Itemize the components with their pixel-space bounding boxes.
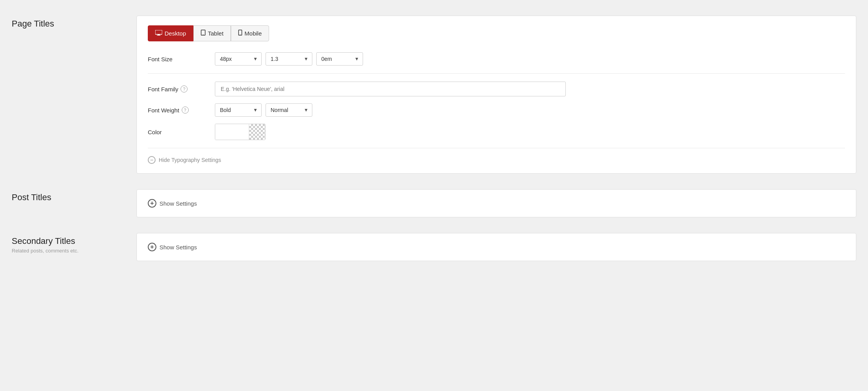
post-titles-section: Post Titles + Show Settings: [0, 181, 868, 225]
mobile-label: Mobile: [244, 30, 262, 37]
font-style-select-wrapper: Normal Italic Oblique ▼: [266, 103, 312, 117]
svg-rect-0: [155, 30, 162, 34]
plus-circle-icon-secondary: +: [148, 243, 156, 251]
font-family-row: Font Family ?: [148, 82, 845, 96]
font-weight-help-icon[interactable]: ?: [182, 107, 189, 114]
hide-typography-row[interactable]: − Hide Typography Settings: [148, 156, 845, 164]
font-size-row: Font Size 48px 12px 14px 16px 24px 32px …: [148, 52, 845, 66]
desktop-button[interactable]: Desktop: [148, 25, 193, 41]
device-toggle-row: Desktop Tablet: [148, 25, 845, 41]
divider-2: [148, 148, 845, 148]
secondary-titles-label: Secondary Titles: [12, 236, 136, 246]
secondary-titles-show-settings-label: Show Settings: [159, 244, 197, 251]
mobile-icon: [238, 30, 242, 37]
minus-circle-icon: −: [148, 156, 156, 164]
line-height-select[interactable]: 1.3 1.0 1.1 1.2 1.4 1.5 1.6 1.8 2.0: [266, 52, 312, 66]
color-row: Color: [148, 124, 845, 140]
page-titles-content: Desktop Tablet: [136, 16, 856, 174]
section-label-col-post-titles: Post Titles: [12, 189, 136, 203]
desktop-label: Desktop: [165, 30, 186, 37]
color-swatch-checker: [249, 124, 265, 140]
svg-rect-2: [157, 35, 161, 36]
secondary-titles-section: Secondary Titles Related posts, comments…: [0, 225, 868, 269]
page-container: Page Titles Desktop: [0, 0, 868, 277]
post-titles-content: + Show Settings: [136, 189, 856, 217]
svg-rect-5: [239, 30, 242, 36]
font-weight-label: Font Weight ?: [148, 107, 210, 114]
font-size-select[interactable]: 48px 12px 14px 16px 24px 32px 64px: [215, 52, 262, 66]
tablet-icon: [201, 30, 205, 37]
post-titles-show-settings-row[interactable]: + Show Settings: [148, 199, 845, 208]
svg-point-6: [240, 34, 240, 35]
font-style-select[interactable]: Normal Italic Oblique: [266, 103, 312, 117]
page-titles-label: Page Titles: [12, 19, 136, 29]
secondary-titles-subtitle: Related posts, comments etc.: [12, 248, 136, 254]
letter-spacing-select-wrapper: 0em 0.05em 0.1em 0.15em 0.2em ▼: [316, 52, 363, 66]
font-size-label: Font Size: [148, 56, 210, 62]
post-titles-label: Post Titles: [12, 192, 136, 203]
font-family-controls: [215, 82, 845, 96]
svg-rect-1: [158, 34, 160, 35]
color-swatch[interactable]: [215, 124, 266, 140]
font-weight-row: Font Weight ? Bold Thin Light Normal Ext…: [148, 103, 845, 117]
font-size-select-wrapper: 48px 12px 14px 16px 24px 32px 64px ▼: [215, 52, 262, 66]
color-swatch-solid: [215, 124, 249, 140]
secondary-titles-show-settings-row[interactable]: + Show Settings: [148, 243, 845, 251]
color-controls: [215, 124, 845, 140]
font-family-label: Font Family ?: [148, 85, 210, 92]
line-height-select-wrapper: 1.3 1.0 1.1 1.2 1.4 1.5 1.6 1.8 2.0 ▼: [266, 52, 312, 66]
post-titles-show-settings-label: Show Settings: [159, 200, 197, 207]
section-label-col-page-titles: Page Titles: [12, 16, 136, 29]
mobile-button[interactable]: Mobile: [231, 25, 269, 41]
font-family-input[interactable]: [215, 82, 566, 96]
tablet-label: Tablet: [208, 30, 223, 37]
font-weight-select-wrapper: Bold Thin Light Normal Extra Bold Black …: [215, 103, 262, 117]
hide-typography-label: Hide Typography Settings: [159, 157, 221, 163]
secondary-titles-content: + Show Settings: [136, 233, 856, 261]
plus-circle-icon-post: +: [148, 199, 156, 208]
letter-spacing-select[interactable]: 0em 0.05em 0.1em 0.15em 0.2em: [316, 52, 363, 66]
font-size-controls: 48px 12px 14px 16px 24px 32px 64px ▼ 1.3: [215, 52, 845, 66]
svg-point-4: [203, 34, 204, 35]
font-weight-select[interactable]: Bold Thin Light Normal Extra Bold Black: [215, 103, 262, 117]
font-weight-controls: Bold Thin Light Normal Extra Bold Black …: [215, 103, 845, 117]
font-family-help-icon[interactable]: ?: [181, 85, 188, 92]
tablet-button[interactable]: Tablet: [193, 25, 231, 41]
desktop-icon: [155, 30, 162, 37]
divider-1: [148, 73, 845, 74]
section-label-col-secondary-titles: Secondary Titles Related posts, comments…: [12, 233, 136, 254]
color-label: Color: [148, 129, 210, 135]
page-titles-section: Page Titles Desktop: [0, 8, 868, 181]
